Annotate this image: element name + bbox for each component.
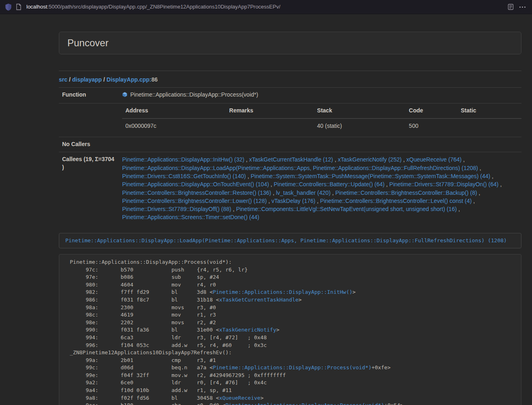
breadcrumb-link[interactable]: displayapp: [72, 76, 102, 83]
callee-separator: ,: [271, 190, 276, 196]
remarks-value: [226, 118, 314, 134]
callees-label: Callees (19, Σ=3704 ): [59, 152, 119, 225]
column-header-code: Code: [406, 107, 458, 118]
callee-link[interactable]: Pinetime::Drivers::St7789::DisplayOn() (…: [389, 181, 498, 187]
callee-separator: ,: [472, 198, 475, 204]
callee-link[interactable]: Pinetime::Applications::DisplayApp::Init…: [122, 156, 244, 163]
callee-separator: ,: [246, 173, 251, 179]
callee-link[interactable]: vTaskDelay (176): [271, 198, 315, 204]
empty-cell: [59, 103, 119, 137]
breadcrumb-link[interactable]: src: [59, 76, 67, 83]
function-type-icon: [122, 92, 127, 100]
reader-mode-icon[interactable]: [508, 4, 514, 10]
static-value: [458, 118, 521, 134]
callee-separator: ,: [402, 156, 407, 163]
callee-link[interactable]: Pinetime::Applications::Screens::Timer::…: [122, 214, 259, 220]
callee-link[interactable]: Pinetime::System::SystemTask::PushMessag…: [251, 173, 491, 179]
callee-separator: ,: [269, 181, 274, 187]
url-bar[interactable]: localhost:5000/path/src/displayapp/Displ…: [26, 3, 504, 11]
disasm-symbol-link[interactable]: Pinetime::Applications::DisplayApp::Proc…: [226, 402, 384, 405]
callee-separator: ,: [267, 198, 271, 204]
shield-icon[interactable]: [5, 3, 12, 11]
callee-separator: ,: [244, 156, 249, 163]
address-value: 0x0000097c: [122, 118, 226, 134]
metrics-header-row: AddressRemarksStackCodeStatic: [122, 107, 521, 118]
column-header-address: Address: [122, 107, 226, 118]
callee-link[interactable]: Pinetime::Drivers::Cst816S::GetTouchInfo…: [122, 173, 246, 179]
callees-list: Pinetime::Applications::DisplayApp::Init…: [119, 152, 521, 225]
disasm-symbol-link[interactable]: xQueueReceive: [219, 395, 261, 401]
breadcrumb-separator: /: [102, 76, 107, 83]
callee-link[interactable]: Pinetime::Controllers::Battery::Update()…: [274, 181, 385, 187]
callees-row: Callees (19, Σ=3704 ) Pinetime::Applicat…: [59, 152, 521, 225]
metrics-row: AddressRemarksStackCodeStatic 0x0000097c…: [59, 103, 521, 137]
callee-separator: ,: [333, 156, 338, 163]
callee-link[interactable]: xTaskGenericNotify (252): [338, 156, 401, 163]
column-header-remarks: Remarks: [226, 107, 314, 118]
app-header: Puncover: [59, 32, 521, 54]
metrics-table: AddressRemarksStackCodeStatic 0x0000097c…: [122, 107, 521, 134]
divider: [59, 71, 521, 71]
selected-symbol-link[interactable]: Pinetime::Applications::DisplayApp::Load…: [65, 237, 507, 243]
selected-symbol-box: Pinetime::Applications::DisplayApp::Load…: [59, 233, 521, 248]
callee-separator: ,: [385, 181, 390, 187]
callee-link[interactable]: Pinetime::Drivers::St7789::DisplayOff() …: [122, 206, 231, 212]
callee-link[interactable]: xTaskGetCurrentTaskHandle (12): [249, 156, 333, 163]
url-path: :5000/path/src/displayapp/DisplayApp.cpp…: [47, 4, 280, 10]
breadcrumb-line-number: 86: [151, 76, 158, 83]
callee-separator: ,: [457, 206, 460, 212]
breadcrumb-link[interactable]: DisplayApp.cpp:: [107, 76, 151, 83]
browser-menu-icon[interactable]: [518, 5, 527, 9]
page-info-icon[interactable]: [16, 4, 22, 10]
disassembly-block: Pinetime::Applications::DisplayApp::Proc…: [59, 254, 521, 405]
disasm-symbol-link[interactable]: Pinetime::Applications::DisplayApp::Proc…: [213, 364, 371, 371]
no-callers-row: No Callers: [59, 137, 521, 152]
disasm-symbol-link[interactable]: xTaskGetCurrentTaskHandle: [219, 297, 299, 303]
url-host: localhost: [26, 4, 47, 10]
breadcrumb: src / displayapp / DisplayApp.cpp:86: [59, 76, 521, 84]
no-callers-label: No Callers: [59, 137, 119, 152]
callee-link[interactable]: Pinetime::Controllers::BrightnessControl…: [122, 198, 267, 204]
callee-link[interactable]: Pinetime::Controllers::BrightnessControl…: [320, 198, 472, 204]
browser-toolbar: localhost:5000/path/src/displayapp/Displ…: [0, 0, 532, 14]
callee-link[interactable]: Pinetime::Applications::DisplayApp::OnTo…: [122, 181, 269, 187]
callee-separator: ,: [477, 190, 480, 196]
callee-link[interactable]: Pinetime::Applications::DisplayApp::Load…: [122, 165, 478, 171]
page-title: Puncover: [67, 38, 513, 48]
function-row: Function Pinetime::Applications::Display…: [59, 88, 521, 103]
callee-separator: ,: [331, 190, 336, 196]
browser-window: localhost:5000/path/src/displayapp/Displ…: [0, 0, 532, 405]
callee-separator: ,: [231, 206, 236, 212]
callee-link[interactable]: lv_task_handler (420): [276, 190, 331, 196]
column-header-static: Static: [458, 107, 521, 118]
callee-link[interactable]: Pinetime::Controllers::BrightnessControl…: [122, 190, 271, 196]
callee-link[interactable]: xQueueReceive (764): [406, 156, 461, 163]
callee-link[interactable]: Pinetime::Controllers::BrightnessControl…: [335, 190, 477, 196]
code-size-value: 500: [406, 118, 458, 134]
main-content: Puncover src / displayapp / DisplayApp.c…: [59, 32, 521, 405]
callee-separator: ,: [499, 181, 502, 187]
function-signature: Pinetime::Applications::DisplayApp::Proc…: [130, 91, 258, 98]
callee-separator: ,: [461, 156, 465, 163]
callee-separator: ,: [478, 165, 481, 171]
callee-separator: ,: [490, 173, 493, 179]
disasm-symbol-link[interactable]: Pinetime::Applications::DisplayApp::Init…: [213, 289, 352, 295]
breadcrumb-separator: /: [67, 76, 72, 83]
stack-value: 40 (static): [314, 118, 405, 134]
symbol-info-table: Function Pinetime::Applications::Display…: [59, 87, 521, 224]
metrics-value-row: 0x0000097c 40 (static) 500: [122, 118, 521, 134]
callee-separator: ,: [315, 198, 320, 204]
callee-link[interactable]: Pinetime::Components::LittleVgl::SetNewT…: [236, 206, 457, 212]
column-header-stack: Stack: [314, 107, 405, 118]
function-row-label: Function: [59, 88, 119, 103]
disasm-symbol-link[interactable]: xTaskGenericNotify: [219, 327, 276, 333]
